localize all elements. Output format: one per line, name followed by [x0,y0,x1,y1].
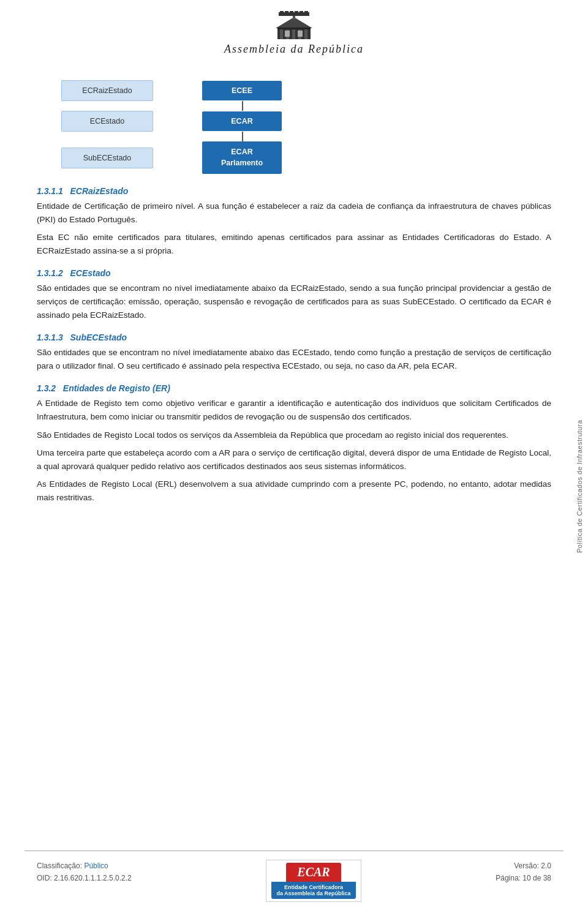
section-heading-1-3-1-2: 1.3.1.2 ECEstado [37,268,551,278]
section-1-3-1-1-p1: Entidade de Certificação de primeiro nív… [37,200,551,226]
diagram-row-1: ECRaizEstado ECEE [61,80,282,101]
footer-classificacao: Classificação: Público [37,860,132,872]
section-1-3-2-p4: As Entidades de Registo Local (ERL) dese… [37,478,551,504]
svg-rect-3 [292,28,295,39]
svg-rect-10 [298,31,303,37]
section-1-3-2-p3: Uma terceira parte que estabeleça acordo… [37,446,551,473]
footer-versao: Versão: 2.0 [496,860,551,872]
svg-rect-16 [300,11,303,13]
svg-rect-17 [304,11,308,13]
section-1-3-1-2: 1.3.1.2 ECEstado São entidades que se en… [37,268,551,321]
footer-right: Versão: 2.0 Página: 10 de 38 [496,860,551,885]
diagram-box-ecar: ECAR [202,111,282,131]
page: Assembleia da República ECRaizEstado ECE… [0,0,588,924]
ecar-logo-sub2: da Assembleia da República [276,890,350,896]
header: Assembleia da República [0,0,588,62]
svg-rect-5 [304,28,307,39]
section-1-3-1-1-p2: Esta EC não emite certificados para titu… [37,231,551,257]
section-heading-1-3-2: 1.3.2 Entidades de Registo (ER) [37,383,551,393]
oid-value: 2.16.620.1.1.1.2.5.0.2.2 [54,874,132,882]
footer-pagina: Página: 10 de 38 [496,872,551,884]
pagina-label: Página: [496,874,521,882]
section-heading-1-3-1-1: 1.3.1.1 ECRaizEstado [37,186,551,196]
footer-center: ECAR Entidade Certificadora da Assemblei… [266,860,361,902]
ecar-logo: ECAR Entidade Certificadora da Assemblei… [266,860,361,902]
building-icon [266,11,322,40]
diagram-vline-1 [242,101,243,111]
diagram: ECRaizEstado ECEE ECEstado ECAR SubECEst… [61,80,551,174]
svg-rect-15 [295,11,298,13]
section-1-3-2: 1.3.2 Entidades de Registo (ER) A Entida… [37,383,551,504]
diagram-label-ecraizestado: ECRaizEstado [61,80,153,101]
section-1-3-1-1: 1.3.1.1 ECRaizEstado Entidade de Certifi… [37,186,551,257]
section-1-3-1-3: 1.3.1.3 SubECEstado São entidades que se… [37,332,551,372]
oid-label: OID: [37,874,52,882]
ecar-logo-text: ECAR [286,863,341,882]
logo-area: Assembleia da República [224,11,364,56]
diagram-label-ecestado: ECEstado [61,111,153,132]
svg-rect-8 [277,28,311,29]
svg-rect-13 [285,11,288,13]
side-label: Política de Certificados de Infraestrutu… [576,159,583,814]
classificacao-value: Público [84,862,108,870]
diagram-box-ecee: ECEE [202,81,282,100]
diagram-label-subecestado: SubECEstado [61,148,153,168]
diagram-vline-2 [242,132,243,141]
section-1-3-2-p2: São Entidades de Registo Local todos os … [37,429,551,442]
classificacao-label: Classificação: [37,862,82,870]
section-1-3-1-3-p1: São entidades que se encontram no nível … [37,346,551,372]
ecar-logo-sub: Entidade Certificadora da Assembleia da … [271,882,355,899]
footer: Classificação: Público OID: 2.16.620.1.1… [24,851,564,924]
section-heading-1-3-1-3: 1.3.1.3 SubECEstado [37,332,551,342]
section-1-3-1-2-p1: São entidades que se encontram no nível … [37,282,551,321]
versao-label: Versão: [514,862,539,870]
main-content: ECRaizEstado ECEE ECEstado ECAR SubECEst… [0,62,588,851]
pagina-value: 10 de 38 [522,874,551,882]
ecar-logo-sub1: Entidade Certificadora [276,884,350,890]
footer-oid: OID: 2.16.620.1.1.1.2.5.0.2.2 [37,872,132,884]
diagram-box-ecar-parlamento: ECARParlamento [202,141,282,174]
svg-rect-12 [280,11,284,13]
section-1-3-2-p1: A Entidade de Registo tem como objetivo … [37,397,551,423]
diagram-row-2: ECEstado ECAR [61,111,282,132]
diagram-row-3: SubECEstado ECARParlamento [61,141,282,174]
versao-value: 2.0 [541,862,551,870]
logo-title: Assembleia da República [224,43,364,56]
svg-rect-9 [285,31,290,37]
footer-left: Classificação: Público OID: 2.16.620.1.1… [37,860,132,885]
svg-rect-1 [280,28,283,39]
svg-rect-14 [290,11,293,13]
